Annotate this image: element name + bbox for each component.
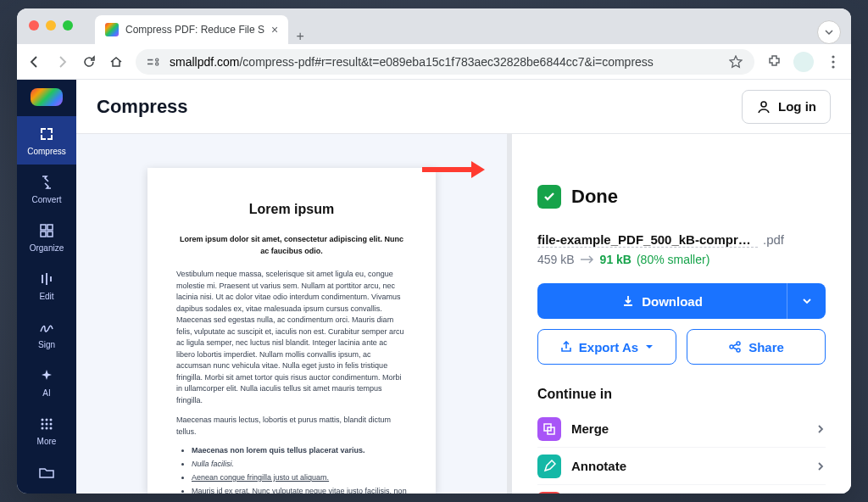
forward-button[interactable] (54, 54, 70, 70)
svg-rect-9 (41, 231, 46, 237)
size-new: 91 kB (600, 253, 632, 266)
sidebar-item-convert[interactable]: Convert (17, 165, 76, 213)
login-label: Log in (778, 99, 816, 114)
sidebar-item-docs[interactable] (17, 455, 76, 490)
svg-rect-0 (147, 59, 153, 60)
svg-rect-10 (47, 231, 53, 237)
filename-row: file-example_PDF_500_kB-compres... .pdf (537, 232, 826, 248)
browser-window: Compress PDF: Reduce File S × + smallpdf… (17, 8, 851, 494)
filename[interactable]: file-example_PDF_500_kB-compres... (537, 232, 758, 248)
sidebar-item-edit[interactable]: Edit (17, 261, 76, 310)
arrow-right-icon (580, 255, 595, 264)
doc-title: Lorem ipsum (176, 202, 407, 217)
favicon-icon (105, 23, 119, 36)
share-icon (728, 340, 742, 354)
address-bar[interactable]: smallpdf.com/compress-pdf#r=result&t=e08… (136, 49, 754, 75)
home-button[interactable] (108, 54, 124, 70)
list-item: Mauris id ex erat. Nunc vulputate neque … (192, 487, 407, 494)
svg-point-6 (832, 65, 834, 68)
close-tab-icon[interactable]: × (271, 23, 278, 36)
login-button[interactable]: Log in (742, 90, 831, 124)
svg-point-19 (50, 427, 53, 430)
sidebar-label: More (37, 437, 57, 446)
sidebar-item-more[interactable]: More (17, 406, 76, 455)
annotation-arrow (422, 161, 485, 178)
sidebar-item-sign[interactable]: Sign (17, 310, 76, 358)
svg-point-13 (50, 419, 53, 421)
profile-button[interactable] (793, 52, 814, 72)
close-window-icon[interactable] (29, 20, 39, 31)
bookmark-star-icon[interactable] (729, 55, 743, 69)
main-frame: Compress Log in Lorem ipsum Lorem ipsum … (76, 80, 851, 494)
tool-label: Merge (571, 421, 609, 436)
svg-point-18 (46, 427, 48, 430)
tool-label: Annotate (571, 459, 626, 473)
svg-point-12 (46, 419, 48, 421)
chevron-down-icon (824, 27, 834, 37)
list-item: Maecenas non lorem quis tellus placerat … (192, 446, 407, 455)
new-tab-button[interactable]: + (288, 29, 312, 44)
page-title: Compress (97, 96, 188, 118)
kebab-menu-button[interactable] (826, 54, 841, 70)
minimize-window-icon[interactable] (46, 20, 56, 31)
svg-rect-1 (147, 63, 153, 64)
tool-annotate[interactable]: Annotate (537, 448, 826, 485)
tab-overflow-button[interactable] (817, 20, 841, 44)
download-row: Download (537, 283, 826, 319)
file-extension: .pdf (763, 232, 784, 247)
download-button[interactable]: Download (537, 283, 787, 319)
continue-label: Continue in (537, 387, 826, 402)
sign-icon (37, 318, 56, 337)
svg-rect-8 (47, 225, 53, 230)
svg-point-4 (832, 55, 834, 58)
maximize-window-icon[interactable] (63, 20, 73, 31)
extensions-button[interactable] (766, 54, 782, 70)
share-button[interactable]: Share (687, 329, 826, 365)
export-button[interactable]: Export As (537, 329, 676, 365)
doc-intro: Lorem ipsum dolor sit amet, consectetur … (176, 234, 407, 257)
size-pct: (80% smaller) (637, 253, 709, 266)
secondary-actions: Export As Share (537, 329, 826, 365)
chevron-right-icon (815, 424, 826, 434)
tool-merge[interactable]: Merge (537, 410, 826, 448)
size-old: 459 kB (537, 253, 575, 266)
doc-paragraph: Vestibulum neque massa, scelerisque sit … (176, 269, 407, 406)
folder-icon (37, 463, 56, 482)
svg-point-3 (156, 62, 159, 64)
export-icon (560, 341, 572, 353)
browser-tab[interactable]: Compress PDF: Reduce File S × (95, 15, 288, 44)
smallpdf-logo[interactable] (31, 88, 63, 106)
split-view: Lorem ipsum Lorem ipsum dolor sit amet, … (76, 134, 851, 494)
svg-point-57 (730, 345, 733, 349)
svg-point-5 (832, 60, 834, 63)
svg-point-2 (156, 59, 159, 61)
preview-pane: Lorem ipsum Lorem ipsum dolor sit amet, … (76, 134, 507, 494)
tool-converter[interactable]: PDF Converter (537, 485, 826, 494)
sidebar-label: Convert (31, 195, 61, 204)
svg-point-20 (761, 102, 766, 107)
sidebar-item-compress[interactable]: Compress (17, 116, 76, 165)
sidebar-item-ai[interactable]: AI (17, 358, 76, 406)
download-dropdown[interactable] (787, 283, 826, 319)
svg-rect-7 (41, 225, 46, 230)
edit-icon (37, 270, 56, 288)
convert-icon (37, 173, 56, 192)
pdf-icon (537, 492, 561, 494)
download-icon (621, 294, 635, 308)
content-area: Compress Convert Organize Edit Sign AI (17, 80, 851, 494)
user-icon (756, 99, 771, 114)
sidebar-item-organize[interactable]: Organize (17, 213, 76, 261)
doc-paragraph: Maecenas mauris lectus, lobortis et puru… (176, 415, 407, 438)
checkmark-icon (537, 185, 561, 209)
download-label: Download (642, 294, 703, 309)
app-header: Compress Log in (76, 80, 851, 134)
sidebar-label: Organize (30, 243, 64, 253)
reload-button[interactable] (81, 54, 97, 70)
status-text: Done (571, 186, 618, 208)
merge-icon (537, 417, 561, 441)
url-text: smallpdf.com/compress-pdf#r=result&t=e08… (170, 55, 721, 69)
svg-point-11 (42, 419, 44, 421)
svg-point-16 (50, 423, 53, 426)
back-button[interactable] (27, 54, 42, 70)
list-item: Nulla facilisi. (192, 460, 407, 468)
